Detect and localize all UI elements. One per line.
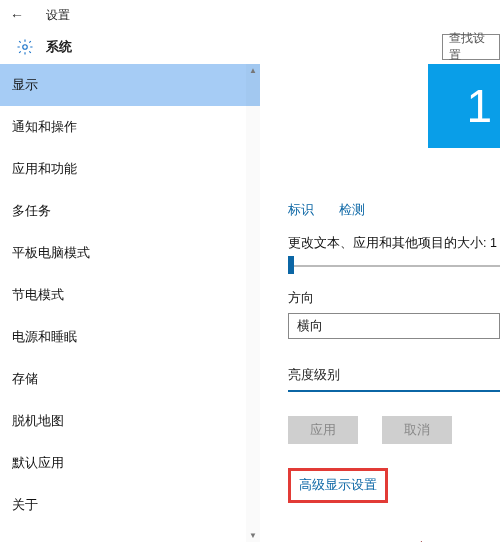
identify-link[interactable]: 标识 — [288, 203, 314, 217]
orientation-label: 方向 — [288, 290, 500, 307]
sidebar-item-5[interactable]: 节电模式 — [0, 274, 260, 316]
orientation-select[interactable]: 横向 — [288, 313, 500, 339]
sidebar-item-8[interactable]: 脱机地图 — [0, 400, 260, 442]
monitor-tile[interactable]: 1 — [428, 64, 500, 148]
advanced-display-highlight: 高级显示设置 — [288, 468, 388, 503]
section-title: 系统 — [46, 38, 72, 56]
search-input[interactable]: 查找设置 — [442, 34, 500, 60]
gear-icon — [16, 38, 34, 56]
window-title: 设置 — [46, 7, 70, 24]
apply-button: 应用 — [288, 416, 358, 444]
brightness-label: 亮度级别 — [288, 367, 500, 384]
sidebar-item-2[interactable]: 应用和功能 — [0, 148, 260, 190]
cancel-button: 取消 — [382, 416, 452, 444]
sidebar-scrollbar[interactable]: ▲ ▼ — [246, 64, 260, 542]
back-button[interactable]: ← — [6, 7, 28, 23]
monitor-number: 1 — [466, 79, 492, 133]
sidebar: 显示通知和操作应用和功能多任务平板电脑模式节电模式电源和睡眠存储脱机地图默认应用… — [0, 64, 260, 542]
sidebar-item-4[interactable]: 平板电脑模式 — [0, 232, 260, 274]
sidebar-item-1[interactable]: 通知和操作 — [0, 106, 260, 148]
scroll-down-icon[interactable]: ▼ — [249, 529, 257, 542]
orientation-value: 横向 — [297, 318, 323, 335]
sidebar-item-9[interactable]: 默认应用 — [0, 442, 260, 484]
sidebar-item-6[interactable]: 电源和睡眠 — [0, 316, 260, 358]
detect-link[interactable]: 检测 — [339, 203, 365, 217]
scale-label: 更改文本、应用和其他项目的大小: 1 — [288, 235, 500, 252]
scale-slider[interactable] — [288, 260, 500, 270]
sidebar-item-3[interactable]: 多任务 — [0, 190, 260, 232]
advanced-display-link[interactable]: 高级显示设置 — [299, 478, 377, 492]
sidebar-item-0[interactable]: 显示 — [0, 64, 260, 106]
svg-point-0 — [23, 45, 28, 50]
sidebar-item-10[interactable]: 关于 — [0, 484, 260, 526]
main-pane: 1 标识 检测 更改文本、应用和其他项目的大小: 1 方向 横向 亮度级别 应用… — [260, 64, 500, 542]
sidebar-item-7[interactable]: 存储 — [0, 358, 260, 400]
brightness-slider[interactable] — [288, 390, 500, 392]
scroll-up-icon[interactable]: ▲ — [249, 64, 257, 77]
